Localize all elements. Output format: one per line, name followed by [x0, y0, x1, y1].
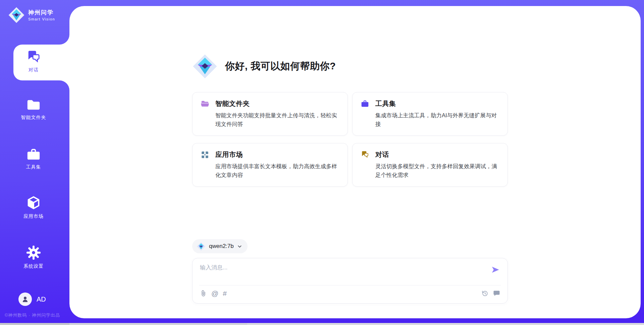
card-description: 智能文件夹功能支持批量文件上传与清洗，轻松实现文件问答 — [215, 111, 339, 128]
brand-diamond-icon — [8, 7, 25, 23]
model-diamond-icon — [197, 242, 206, 251]
card-app-market[interactable]: 应用市场 应用市场提供丰富长文本模板，助力高效生成多样化文章内容 — [192, 143, 348, 187]
card-description: 灵活切换多模型文件，支持多样回复效果调试，满足个性化需求 — [375, 162, 499, 179]
mention-icon[interactable]: @ — [211, 290, 218, 297]
card-toolbox[interactable]: 工具集 集成市场上主流工具，助力AI与外界无缝扩展与对接 — [352, 92, 508, 136]
topic-icon[interactable]: # — [223, 290, 227, 297]
sidebar-item-label: 智能文件夹 — [0, 115, 67, 121]
sidebar-footer-text: ©神州数码 · 神州问学出品 — [5, 312, 60, 318]
sidebar-item-label: 对话 — [0, 67, 67, 73]
user-initials: AD — [37, 296, 46, 303]
model-name: qwen2:7b — [209, 243, 234, 250]
tab-fillet-bottom — [59, 80, 69, 90]
card-description: 应用市场提供丰富长文本模板，助力高效生成多样化文章内容 — [215, 162, 339, 179]
avatar — [18, 292, 32, 306]
sidebar-item-settings[interactable]: 系统设置 — [0, 245, 67, 269]
send-icon[interactable] — [491, 265, 500, 274]
card-title: 对话 — [375, 150, 389, 159]
card-title: 智能文件夹 — [215, 99, 250, 108]
app-logo: 神州问学 Smart Vision — [8, 7, 55, 23]
sidebar-item-label: 系统设置 — [0, 263, 67, 269]
model-selector[interactable]: qwen2:7b — [192, 239, 248, 253]
chat-icon — [361, 150, 369, 159]
history-icon[interactable] — [481, 290, 488, 297]
person-icon — [21, 295, 29, 303]
content-column: 你好, 我可以如何帮助你? 智能文件夹 智能文件夹功能支持批量文件上传与清洗，轻… — [192, 6, 508, 318]
chevron-down-icon — [237, 244, 242, 249]
sidebar-item-toolbox[interactable]: 工具集 — [0, 147, 67, 170]
toolbox-icon — [361, 100, 369, 108]
message-composer: @ # — [192, 258, 508, 304]
tab-fillet-top — [59, 35, 69, 45]
user-profile[interactable]: AD — [18, 292, 46, 306]
sidebar-item-app-market[interactable]: 应用市场 — [0, 195, 67, 219]
composer-divider — [199, 285, 501, 285]
bottom-strip — [0, 323, 644, 325]
comment-icon[interactable] — [493, 290, 500, 297]
greeting-text: 你好, 我可以如何帮助你? — [225, 60, 336, 73]
message-input[interactable] — [200, 264, 482, 281]
brand-subtitle: Smart Vision — [28, 17, 55, 21]
brand-name: 神州问学 — [28, 9, 55, 16]
folder-open-icon — [201, 100, 209, 108]
folder-icon — [26, 99, 41, 111]
card-title: 应用市场 — [215, 150, 243, 159]
card-title: 工具集 — [375, 99, 396, 108]
sidebar-item-label: 工具集 — [0, 164, 67, 170]
main-panel: 你好, 我可以如何帮助你? 智能文件夹 智能文件夹功能支持批量文件上传与清洗，轻… — [69, 6, 641, 318]
assistant-diamond-icon — [192, 54, 218, 79]
sidebar-item-smart-folder[interactable]: 智能文件夹 — [0, 99, 67, 121]
feature-cards: 智能文件夹 智能文件夹功能支持批量文件上传与清洗，轻松实现文件问答 工具集 集成… — [192, 92, 508, 187]
sidebar: 神州问学 Smart Vision 对话 智能文件夹 工具集 — [0, 0, 69, 325]
grid-icon — [201, 150, 209, 159]
card-description: 集成市场上主流工具，助力AI与外界无缝扩展与对接 — [375, 111, 499, 128]
gear-icon — [26, 245, 41, 260]
toolbox-icon — [26, 147, 41, 161]
attachment-icon[interactable] — [200, 289, 207, 297]
greeting-block: 你好, 我可以如何帮助你? — [192, 54, 336, 79]
card-smart-folder[interactable]: 智能文件夹 智能文件夹功能支持批量文件上传与清洗，轻松实现文件问答 — [192, 92, 348, 136]
chat-icon — [26, 50, 41, 64]
card-chat[interactable]: 对话 灵活切换多模型文件，支持多样回复效果调试，满足个性化需求 — [352, 143, 508, 187]
sidebar-item-label: 应用市场 — [0, 213, 67, 219]
sidebar-item-chat[interactable]: 对话 — [0, 50, 67, 73]
cube-icon — [26, 195, 41, 210]
